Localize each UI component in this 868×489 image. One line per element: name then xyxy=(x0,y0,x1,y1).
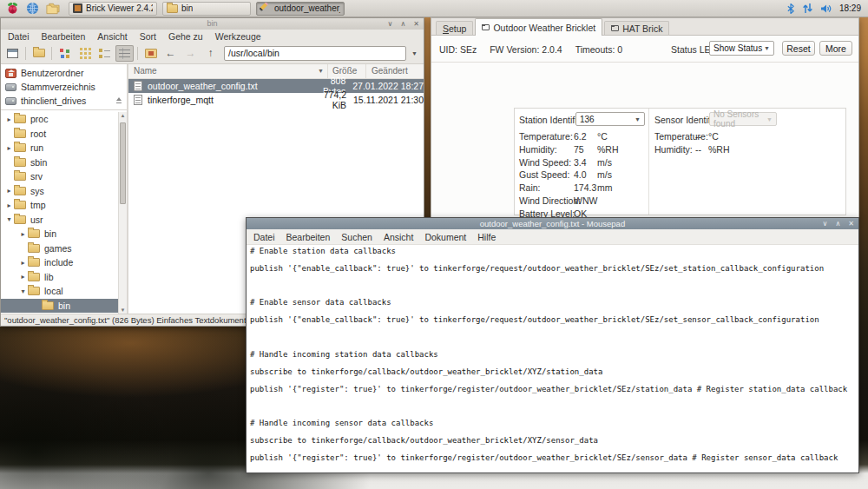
folder-icon xyxy=(28,244,40,253)
tree-expander-icon[interactable]: ▸ xyxy=(4,144,14,152)
new-window-button[interactable] xyxy=(3,45,22,62)
mp-minimize-icon[interactable]: ∨ xyxy=(823,218,828,229)
path-dropdown-button[interactable]: ▼ xyxy=(408,46,421,61)
more-button[interactable]: More xyxy=(819,41,852,56)
fm-menu-item[interactable]: Gehe zu xyxy=(168,31,203,42)
tree-item[interactable]: ▸ tmp xyxy=(1,198,127,213)
fm-place-item[interactable]: thinclient_drives xyxy=(1,94,127,108)
tree-item[interactable]: games xyxy=(1,241,127,256)
compact-view-button[interactable] xyxy=(76,45,94,62)
scroll-down-icon[interactable]: ▼ xyxy=(119,307,127,313)
mp-menu-item[interactable]: Ansicht xyxy=(384,232,413,242)
tree-item[interactable]: ▸ bin xyxy=(1,227,127,241)
tree-expander-icon[interactable]: ▸ xyxy=(18,230,28,238)
folder-icon xyxy=(14,129,26,138)
bv-tab[interactable]: Outdoor Weather Bricklet xyxy=(475,18,602,36)
status-led-dropdown[interactable]: Show Status ▼ xyxy=(709,41,774,56)
tree-item[interactable]: bin xyxy=(1,299,127,314)
tree-expander-icon[interactable]: ▾ xyxy=(4,215,14,223)
web-browser-button[interactable] xyxy=(25,1,40,16)
fm-place-item[interactable]: Stammverzeichnis xyxy=(1,80,127,94)
tree-scrollbar[interactable]: ▲ ▼ xyxy=(118,112,127,314)
bv-tab[interactable]: HAT Brick xyxy=(604,21,669,35)
mp-menu-item[interactable]: Datei xyxy=(253,232,275,242)
mp-menu-item[interactable]: Suchen xyxy=(341,232,372,242)
tree-expander-icon[interactable]: ▸ xyxy=(4,116,14,123)
mp-menu-item[interactable]: Bearbeiten xyxy=(286,232,331,242)
fm-titlebar[interactable]: bin ∨ ∧ ✕ xyxy=(1,18,424,30)
bv-tab[interactable]: Setup xyxy=(436,21,473,35)
station-identifier-dropdown[interactable]: 136 ▼ xyxy=(575,112,645,126)
tree-item[interactable]: srv xyxy=(1,169,127,184)
mp-maximize-icon[interactable]: ∧ xyxy=(835,218,840,229)
tree-item[interactable]: etc xyxy=(1,313,127,314)
tree-item[interactable]: ▾ usr xyxy=(1,213,127,228)
tree-item[interactable]: ▸ proc xyxy=(1,112,127,127)
fw-version-value: 2.0.4 xyxy=(542,44,562,55)
column-header-name[interactable]: Name ▼ xyxy=(128,64,328,78)
fm-menu-item[interactable]: Datei xyxy=(8,31,30,42)
column-header-modified[interactable]: Geändert xyxy=(366,64,424,78)
editor-text[interactable]: # Enable station data callbacks publish … xyxy=(247,245,858,463)
up-button[interactable]: ↑ xyxy=(201,45,220,62)
taskbar-task-button[interactable]: Brick Viewer 2.4.20 xyxy=(69,2,157,16)
fm-menu-item[interactable]: Werkzeuge xyxy=(215,31,261,42)
fm-minimize-icon[interactable]: ∨ xyxy=(388,18,393,30)
tree-item[interactable]: sbin xyxy=(1,155,127,170)
scroll-up-icon[interactable]: ▲ xyxy=(119,113,127,118)
mp-menu-item[interactable]: Hilfe xyxy=(477,232,496,242)
reading-label: Humidity: xyxy=(654,143,693,156)
fm-menu-item[interactable]: Bearbeiten xyxy=(42,31,86,42)
fm-close-icon[interactable]: ✕ xyxy=(413,18,419,30)
back-button[interactable]: ← xyxy=(161,45,180,62)
tree-item[interactable]: root xyxy=(1,127,127,142)
reading-value: 75 xyxy=(574,143,584,156)
tree-expander-icon[interactable]: ▸ xyxy=(18,259,28,267)
file-manager-button[interactable] xyxy=(45,1,60,16)
mp-close-icon[interactable]: ✕ xyxy=(848,218,854,229)
eject-icon[interactable] xyxy=(115,97,122,104)
file-row[interactable]: tinkerforge_mqtt 774,2 KiB 15.11.2021 21… xyxy=(128,93,424,107)
reading-value: 4.0 xyxy=(574,169,587,182)
raspberry-menu-button[interactable] xyxy=(5,1,20,16)
tree-item[interactable]: ▸ run xyxy=(1,141,127,155)
icon-view-button[interactable] xyxy=(56,45,74,62)
fm-maximize-icon[interactable]: ∧ xyxy=(400,18,405,30)
tree-item[interactable]: ▸ include xyxy=(1,255,127,270)
chevron-down-icon: ▼ xyxy=(411,50,418,56)
tree-item[interactable]: ▸ lib xyxy=(1,270,127,285)
clock[interactable]: 18:29 xyxy=(839,3,861,13)
file-modified: 27.01.2022 18:27 xyxy=(345,81,424,91)
network-traffic-icon[interactable] xyxy=(802,3,813,14)
new-folder-button[interactable] xyxy=(30,45,48,62)
taskbar-task-button[interactable]: bin xyxy=(162,2,251,16)
fm-places-list: Benutzerordner Stammverzeichnis thinclie… xyxy=(1,64,127,110)
list-view-button[interactable] xyxy=(95,45,114,62)
taskbar-task-button[interactable]: outdoor_weather_con... xyxy=(256,2,345,16)
tree-item[interactable]: ▾ local xyxy=(1,284,127,299)
tree-expander-icon[interactable]: ▾ xyxy=(18,287,28,295)
tree-expander-icon[interactable]: ▸ xyxy=(18,273,28,281)
reading-row: Humidity: -- %RH xyxy=(654,143,776,156)
fm-place-item[interactable]: Benutzerordner xyxy=(1,66,127,80)
fm-menu-item[interactable]: Sort xyxy=(140,31,156,42)
home-button[interactable] xyxy=(141,45,160,62)
mp-menu-item[interactable]: Dokument xyxy=(424,232,466,242)
mousepad-titlebar[interactable]: outdoor_weather_config.txt - Mousepad ∨ … xyxy=(247,218,858,229)
fm-menu-item[interactable]: Ansicht xyxy=(97,31,127,42)
detail-view-icon xyxy=(119,48,130,59)
tree-expander-icon[interactable]: ▸ xyxy=(4,202,14,209)
path-input[interactable]: /usr/local/bin xyxy=(224,46,406,61)
reading-unit: %RH xyxy=(597,143,619,156)
tree-item[interactable]: ▸ sys xyxy=(1,184,127,199)
forward-button[interactable]: → xyxy=(181,45,200,62)
tree-expander-icon[interactable]: ▸ xyxy=(4,187,14,195)
reset-button[interactable]: Reset xyxy=(782,41,815,56)
scrollbar-thumb[interactable] xyxy=(120,122,126,204)
volume-icon[interactable] xyxy=(820,3,832,14)
editor-area[interactable]: # Enable station data callbacks publish … xyxy=(247,245,858,472)
bluetooth-icon[interactable] xyxy=(786,3,795,15)
detail-view-button[interactable] xyxy=(115,45,134,62)
file-row[interactable]: outdoor_weather_config.txt 808 Bytes 27.… xyxy=(128,79,424,93)
bricklet-icon xyxy=(482,24,490,30)
